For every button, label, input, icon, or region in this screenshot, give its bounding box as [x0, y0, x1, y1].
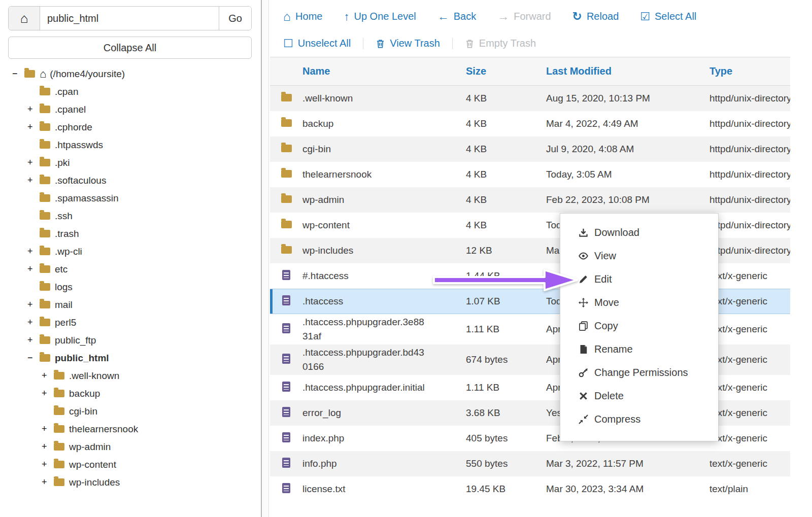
tree-expander-icon[interactable]: + [42, 459, 54, 470]
tree-item[interactable]: cgi-bin [0, 402, 260, 420]
home-directory-button[interactable]: ⌂ [9, 7, 40, 30]
path-input[interactable] [40, 7, 219, 30]
toolbar-row-2: Unselect All View Trash Empty Trash [283, 30, 790, 57]
back-button[interactable]: Back [437, 11, 476, 22]
tree-item[interactable]: + perl5 [0, 314, 260, 331]
context-menu-label: Download [594, 227, 639, 238]
tree-expander-icon[interactable]: + [27, 122, 40, 132]
column-header-size[interactable]: Size [466, 65, 546, 77]
tree-item[interactable]: + .cphorde [0, 118, 260, 136]
context-menu-item-delete[interactable]: Delete [560, 384, 718, 407]
trash-icon [465, 39, 475, 49]
tree-item[interactable]: + .cpanel [0, 100, 260, 118]
column-header-type[interactable]: Type [709, 65, 790, 77]
tree-item[interactable]: + backup [0, 385, 260, 402]
table-row[interactable]: thelearnersnook 4 KB Today, 3:05 AM http… [270, 162, 790, 187]
tree-item[interactable]: + wp-content [0, 456, 260, 473]
tree-item[interactable]: .ssh [0, 207, 260, 225]
file-size: 405 bytes [466, 433, 546, 444]
table-row[interactable]: info.php 550 bytes Mar 3, 2022, 11:57 PM… [270, 451, 790, 476]
context-menu-item-rename[interactable]: Rename [560, 337, 718, 361]
tree-item[interactable]: + mail [0, 296, 260, 314]
file-type-icon [282, 323, 290, 333]
file-mime-type: text/x-generic [709, 407, 790, 419]
tree-item[interactable]: + wp-includes [0, 473, 260, 491]
file-name: .htaccess.phpupgrader.bd430166 [302, 346, 466, 374]
unselect-all-button[interactable]: Unselect All [283, 38, 363, 49]
table-row[interactable]: wp-admin 4 KB Feb 22, 2023, 10:08 PM htt… [270, 187, 790, 213]
context-menu-item-move[interactable]: Move [560, 291, 718, 314]
column-header-modified[interactable]: Last Modified [546, 65, 709, 77]
file-last-modified: Today, 3:05 AM [546, 169, 709, 180]
tree-expander-icon[interactable]: + [42, 388, 54, 399]
file-type-icon [281, 195, 292, 203]
file-name: info.php [302, 457, 466, 471]
tree-expander-icon[interactable]: + [27, 246, 40, 257]
context-menu-item-edit[interactable]: Edit [560, 267, 718, 291]
tree-item-label: mail [55, 299, 73, 311]
file-name: backup [302, 117, 466, 131]
tree-expander-icon[interactable]: − [27, 353, 40, 363]
column-header-name[interactable]: Name [302, 65, 466, 77]
tree-expander-icon[interactable]: + [42, 424, 54, 434]
tree-item[interactable]: .cpan [0, 83, 260, 100]
tree-item[interactable]: − public_html [0, 349, 260, 367]
table-row[interactable]: cgi-bin 4 KB Jul 9, 2020, 4:08 AM httpd/… [270, 136, 790, 162]
select-all-button[interactable]: Select All [640, 11, 696, 22]
context-menu-label: Delete [594, 390, 624, 402]
home-button[interactable]: Home [283, 10, 322, 23]
directory-tree: − (/home4/yoursite) .cpan + .cpanel + [0, 65, 260, 491]
context-menu-item-compress[interactable]: Compress [560, 407, 718, 431]
up-arrow-icon [344, 11, 349, 22]
tree-item[interactable]: .trash [0, 225, 260, 243]
tree-item[interactable]: + wp-admin [0, 438, 260, 456]
folder-icon [40, 194, 50, 202]
tree-item-label: perl5 [55, 317, 76, 328]
up-one-level-button[interactable]: Up One Level [344, 11, 416, 22]
reload-button[interactable]: Reload [572, 11, 619, 22]
table-row[interactable]: .well-known 4 KB Aug 15, 2020, 10:13 PM … [270, 86, 790, 111]
context-menu-item-copy[interactable]: Copy [560, 314, 718, 337]
tree-expander-icon[interactable]: + [27, 157, 40, 168]
file-name: .htaccess.phpupgrader.3e8831af [302, 315, 466, 343]
go-button[interactable]: Go [219, 7, 251, 30]
sidebar: ⌂ Go Collapse All − (/home4/yoursite) .c… [0, 0, 260, 517]
tree-item[interactable]: + .wp-cli [0, 243, 260, 260]
tree-item[interactable]: .htpasswds [0, 136, 260, 154]
tree-item[interactable]: + public_ftp [0, 331, 260, 349]
tree-expander-icon[interactable]: + [42, 441, 54, 452]
tree-expander-icon[interactable]: + [42, 477, 54, 488]
tree-expander-icon[interactable]: + [27, 104, 40, 115]
tree-item[interactable]: logs [0, 278, 260, 296]
tree-expander-icon[interactable]: + [27, 317, 40, 328]
tree-item[interactable]: + etc [0, 260, 260, 278]
view-trash-button[interactable]: View Trash [363, 38, 452, 49]
table-row[interactable]: backup 4 KB Mar 4, 2022, 4:49 AM httpd/u… [270, 111, 790, 136]
tree-item[interactable]: .spamassassin [0, 189, 260, 207]
tree-expander-icon[interactable]: + [27, 335, 40, 346]
tree-expander-icon[interactable]: + [27, 175, 40, 186]
folder-icon [40, 88, 50, 95]
file-name: .well-known [302, 91, 466, 106]
table-row[interactable]: license.txt 19.45 KB Mar 30, 2023, 3:34 … [270, 476, 790, 502]
context-menu-item-view[interactable]: View [560, 244, 718, 267]
tree-item[interactable]: + .pki [0, 154, 260, 171]
tree-item[interactable]: + thelearnersnook [0, 420, 260, 438]
tree-item[interactable]: + .softaculous [0, 171, 260, 189]
tree-item[interactable]: + .well-known [0, 367, 260, 385]
context-menu-item-download[interactable]: Download [560, 221, 718, 244]
context-menu-item-change-permissions[interactable]: Change Permissions [560, 361, 718, 384]
empty-trash-button[interactable]: Empty Trash [452, 38, 548, 49]
panel-divider-scrollbar[interactable] [261, 0, 269, 517]
tree-item[interactable]: − (/home4/yoursite) [0, 65, 260, 83]
tree-expander-icon[interactable]: + [27, 264, 40, 274]
tree-item-label: .spamassassin [55, 193, 119, 204]
tree-expander-icon[interactable]: − [12, 68, 24, 79]
table-header: Name Size Last Modified Type [270, 57, 790, 86]
forward-button[interactable]: Forward [497, 11, 551, 22]
collapse-all-button[interactable]: Collapse All [8, 37, 252, 59]
folder-icon [54, 425, 64, 433]
tree-expander-icon[interactable]: + [27, 299, 40, 310]
tree-expander-icon[interactable]: + [42, 370, 54, 381]
folder-icon [40, 248, 50, 255]
